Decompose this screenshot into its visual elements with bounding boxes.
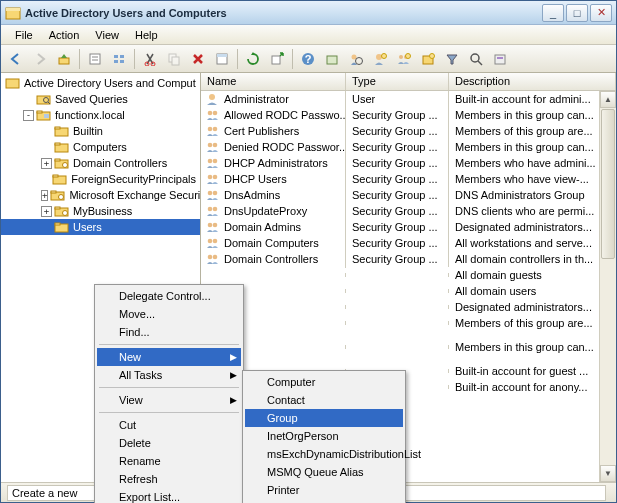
scroll-thumb[interactable] (601, 109, 615, 259)
col-type[interactable]: Type (346, 73, 449, 90)
list-button[interactable] (108, 48, 130, 70)
filter-button[interactable] (441, 48, 463, 70)
list-row[interactable]: DHCP UsersSecurity Group ...Members who … (201, 171, 616, 187)
list-row[interactable]: Members in this group can... (201, 339, 616, 355)
tree-item[interactable]: Users (1, 219, 200, 235)
list-row[interactable]: DHCP AdministratorsSecurity Group ...Mem… (201, 155, 616, 171)
up-button[interactable] (53, 48, 75, 70)
menu-item[interactable]: Delete (97, 434, 241, 452)
svg-point-24 (399, 55, 403, 59)
tree-item[interactable]: ForeignSecurityPrincipals (1, 171, 200, 187)
tb-icon-2[interactable] (345, 48, 367, 70)
list-row[interactable]: Denied RODC Passwor...Security Group ...… (201, 139, 616, 155)
delete-button[interactable] (187, 48, 209, 70)
maximize-button[interactable]: □ (566, 4, 588, 22)
menu-item[interactable]: View▶ (97, 391, 241, 409)
list-row[interactable]: All domain users (201, 283, 616, 299)
menu-item[interactable]: Printer (245, 481, 403, 499)
col-name[interactable]: Name (201, 73, 346, 90)
scroll-up-button[interactable]: ▲ (600, 91, 616, 108)
tree-item[interactable]: -functionx.local (1, 107, 200, 123)
list-header[interactable]: Name Type Description (201, 73, 616, 91)
menu-item[interactable]: Group (245, 409, 403, 427)
menu-item[interactable]: InetOrgPerson (245, 427, 403, 445)
new-user-button[interactable] (369, 48, 391, 70)
list-row[interactable] (201, 355, 616, 363)
new-group-button[interactable] (393, 48, 415, 70)
props-button[interactable] (211, 48, 233, 70)
menu-item[interactable]: Export List... (97, 488, 241, 503)
menu-item[interactable]: User (245, 499, 403, 503)
menu-item[interactable]: MSMQ Queue Alias (245, 463, 403, 481)
menu-help[interactable]: Help (127, 27, 166, 43)
context-submenu-new[interactable]: ComputerContactGroupInetOrgPersonmsExchD… (242, 370, 406, 503)
list-row[interactable]: All domain guests (201, 267, 616, 283)
folder-icon (54, 124, 70, 138)
new-ou-button[interactable] (417, 48, 439, 70)
svg-rect-8 (120, 55, 124, 58)
menu-item[interactable]: Refresh (97, 470, 241, 488)
expand-toggle[interactable]: + (41, 158, 52, 169)
list-row[interactable]: AdministratorUserBuilt-in account for ad… (201, 91, 616, 107)
menu-item[interactable]: Delegate Control... (97, 287, 241, 305)
menu-item[interactable]: New▶ (97, 348, 241, 366)
refresh-button[interactable] (242, 48, 264, 70)
list-row[interactable]: Domain ComputersSecurity Group ...All wo… (201, 235, 616, 251)
list-row[interactable]: Domain AdminsSecurity Group ...Designate… (201, 219, 616, 235)
tree-item[interactable]: +Microsoft Exchange Securit (1, 187, 200, 203)
copy-button[interactable] (163, 48, 185, 70)
properties-button[interactable] (84, 48, 106, 70)
list-row[interactable]: Domain ControllersSecurity Group ...All … (201, 251, 616, 267)
scroll-down-button[interactable]: ▼ (600, 465, 616, 482)
help-button[interactable]: ? (297, 48, 319, 70)
expand-toggle[interactable]: + (41, 190, 48, 201)
list-row[interactable]: Members of this group are... (201, 315, 616, 331)
list-row[interactable]: DnsUpdateProxySecurity Group ...DNS clie… (201, 203, 616, 219)
menu-view[interactable]: View (87, 27, 127, 43)
expand-toggle[interactable]: + (41, 206, 52, 217)
ou-icon (54, 156, 70, 170)
list-row[interactable]: Cert PublishersSecurity Group ...Members… (201, 123, 616, 139)
back-button[interactable] (5, 48, 27, 70)
menu-file[interactable]: File (7, 27, 41, 43)
list-row[interactable] (201, 331, 616, 339)
svg-rect-32 (497, 57, 503, 59)
svg-point-69 (213, 191, 218, 196)
export-button[interactable] (266, 48, 288, 70)
cut-button[interactable] (139, 48, 161, 70)
list-row[interactable]: Designated administrators... (201, 299, 616, 315)
close-button[interactable]: ✕ (590, 4, 612, 22)
menu-item[interactable]: Computer (245, 373, 403, 391)
svg-point-75 (213, 239, 218, 244)
menu-item[interactable]: Contact (245, 391, 403, 409)
find-button[interactable] (465, 48, 487, 70)
tree-item[interactable]: Computers (1, 139, 200, 155)
tree-item[interactable]: Builtin (1, 123, 200, 139)
list-row[interactable]: DnsAdminsSecurity Group ...DNS Administr… (201, 187, 616, 203)
tree-item[interactable]: Saved Queries (1, 91, 200, 107)
tb-icon-3[interactable] (489, 48, 511, 70)
tree-root[interactable]: Active Directory Users and Comput (1, 75, 200, 91)
svg-point-54 (63, 211, 68, 216)
col-desc[interactable]: Description (449, 73, 616, 90)
menu-action[interactable]: Action (41, 27, 88, 43)
minimize-button[interactable]: _ (542, 4, 564, 22)
tree-item[interactable]: +Domain Controllers (1, 155, 200, 171)
menu-item[interactable]: Move... (97, 305, 241, 323)
forward-button[interactable] (29, 48, 51, 70)
tb-icon-1[interactable] (321, 48, 343, 70)
titlebar[interactable]: Active Directory Users and Computers _ □… (1, 1, 616, 25)
group-icon (205, 140, 221, 154)
expand-toggle[interactable]: - (23, 110, 34, 121)
menu-item[interactable]: Rename (97, 452, 241, 470)
context-menu[interactable]: Delegate Control...Move...Find...New▶All… (94, 284, 244, 503)
menu-item[interactable]: Find... (97, 323, 241, 341)
menu-item[interactable]: Cut (97, 416, 241, 434)
menu-item[interactable]: msExchDynamicDistributionList (245, 445, 403, 463)
tree-item[interactable]: +MyBusiness (1, 203, 200, 219)
scrollbar[interactable]: ▲ ▼ (599, 91, 616, 482)
svg-text:?: ? (305, 53, 312, 65)
menu-item[interactable]: All Tasks▶ (97, 366, 241, 384)
svg-point-68 (208, 191, 213, 196)
list-row[interactable]: Allowed RODC Passwo...Security Group ...… (201, 107, 616, 123)
